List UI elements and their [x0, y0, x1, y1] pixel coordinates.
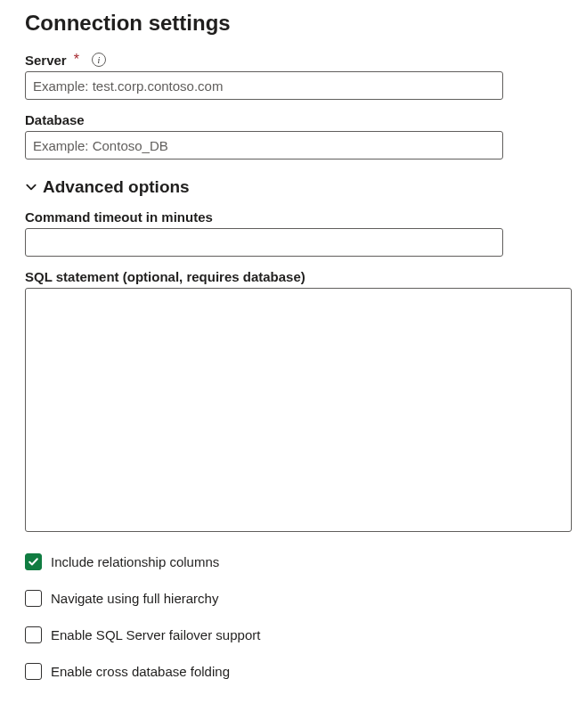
- timeout-label: Command timeout in minutes: [25, 209, 213, 225]
- server-label: Server: [25, 53, 67, 68]
- timeout-field: Command timeout in minutes: [25, 209, 561, 257]
- advanced-options-label: Advanced options: [43, 177, 190, 197]
- sql-textarea[interactable]: [25, 288, 572, 532]
- info-icon[interactable]: i: [92, 53, 106, 67]
- checkbox-checked-icon: [25, 553, 42, 570]
- option-label: Enable cross database folding: [51, 664, 230, 679]
- checkbox-unchecked-icon: [25, 663, 42, 680]
- sql-field: SQL statement (optional, requires databa…: [25, 269, 561, 536]
- sql-label: SQL statement (optional, requires databa…: [25, 269, 305, 284]
- option-label: Include relationship columns: [51, 554, 219, 569]
- server-input[interactable]: [25, 71, 503, 100]
- options-group: Include relationship columns Navigate us…: [25, 553, 561, 680]
- timeout-input[interactable]: [25, 228, 503, 257]
- database-label: Database: [25, 112, 85, 127]
- required-mark: *: [74, 52, 79, 68]
- database-field: Database: [25, 112, 561, 160]
- option-failover[interactable]: Enable SQL Server failover support: [25, 626, 561, 643]
- page-title: Connection settings: [25, 11, 561, 36]
- option-include-relationship[interactable]: Include relationship columns: [25, 553, 561, 570]
- option-cross-db-folding[interactable]: Enable cross database folding: [25, 663, 561, 680]
- option-label: Navigate using full hierarchy: [51, 591, 218, 606]
- advanced-options-toggle[interactable]: Advanced options: [25, 177, 561, 197]
- database-input[interactable]: [25, 131, 503, 160]
- checkbox-unchecked-icon: [25, 590, 42, 607]
- server-field: Server * i: [25, 52, 561, 100]
- checkbox-unchecked-icon: [25, 626, 42, 643]
- option-label: Enable SQL Server failover support: [51, 627, 260, 642]
- chevron-down-icon: [25, 181, 37, 193]
- option-navigate-hierarchy[interactable]: Navigate using full hierarchy: [25, 590, 561, 607]
